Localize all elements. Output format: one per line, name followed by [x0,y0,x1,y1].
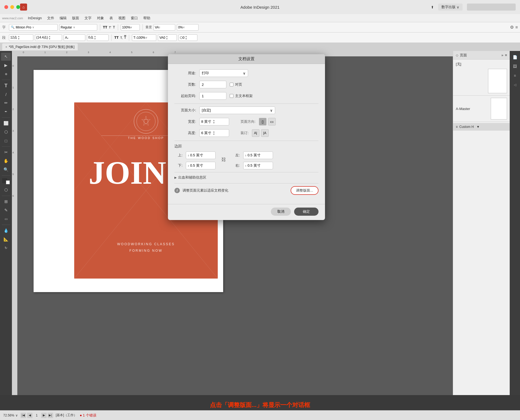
search-bar[interactable] [467,4,516,11]
adjust-layout-button[interactable]: 调整版面... [291,186,318,195]
stroke-tool[interactable]: ✎ [1,206,11,214]
pen-tool[interactable]: ✏ [1,99,11,107]
ellipse-frame-tool[interactable]: ⬡ [1,128,11,136]
menu-table[interactable]: 表 [107,15,116,21]
bleed-section-toggle[interactable]: ▶ 出血和辅助信息区 [174,175,318,180]
cancel-button[interactable]: 取消 [271,208,291,216]
pencil-tool[interactable]: ✒ [1,108,11,116]
page-size-select[interactable]: [自定] ∨ [199,106,275,114]
tt-row2-2[interactable]: T, [120,36,123,39]
minimize-button[interactable] [10,5,14,9]
font-size-spinbox[interactable]: 100% ∨ [121,24,140,31]
toolbar-menu-icon[interactable]: ≡ [515,25,518,30]
purpose-select[interactable]: 打印 ∨ [199,69,248,77]
menu-edit[interactable]: 编辑 [57,15,69,21]
panel-expand-icon[interactable]: ◇ [456,53,458,57]
digital-publish-button[interactable]: 数字出版 ∨ [438,4,463,11]
current-page[interactable]: 1 [34,413,40,417]
custom-h-arrow[interactable]: ▼ [476,125,480,129]
pages-input[interactable]: 2 [199,81,226,88]
menu-text[interactable]: 文字 [82,15,94,21]
gap-tool[interactable]: ⊕ [1,70,11,78]
rect-tool[interactable]: □ [1,137,11,145]
menu-file[interactable]: 文件 [44,15,57,21]
menu-view[interactable]: 视图 [116,15,128,21]
menu-help[interactable]: 帮助 [141,15,153,21]
font-dropdown-arrow[interactable]: ∨ [32,26,34,29]
far-right-btn2[interactable]: 🖼 [511,62,519,70]
chain-link-icon[interactable]: ⛓ [221,154,226,165]
last-page-btn[interactable]: ▶| [48,413,53,418]
kern-spinbox[interactable]: Aᵥ [64,34,85,41]
settings-icon[interactable]: ⚙ [510,25,514,30]
height-spinbox[interactable]: 6 英寸 ▲▼ [199,129,229,137]
primary-frame-checkbox[interactable]: 主文本框架 [230,93,253,98]
tt-btn1[interactable]: TT [103,25,107,29]
binding-left-btn[interactable]: A| [252,129,259,137]
binding-right-btn[interactable]: |A [261,129,269,137]
margin-top-spinbox[interactable]: ↕ 0.5 英寸 [186,151,216,159]
ok-button[interactable]: 确定 [294,208,318,216]
close-button[interactable] [4,5,8,9]
width-spinbox[interactable]: 8 英寸 ▲▼ [199,118,229,125]
document-tab[interactable]: × *05_PageSize.indd @ 73% [GPU 预览] [转换] [2,43,78,50]
eyedropper[interactable]: 💧 [1,227,11,235]
maximize-button[interactable] [16,5,20,9]
first-page-btn[interactable]: |◀ [21,413,26,418]
skew-spinbox[interactable]: 0% ∨ [177,24,199,31]
tt-row2-1[interactable]: TT [114,35,119,40]
font-style-arrow[interactable]: ∨ [73,26,75,29]
gradient-tool[interactable]: ▭ [1,215,11,223]
measure-tool[interactable]: 📐 [1,235,11,243]
rotate-tool[interactable]: ↻ [1,244,11,252]
zoom-select[interactable]: 72.56% ∨ [3,413,18,417]
mode-toggle[interactable]: ⬡ [1,186,11,194]
select-tool[interactable]: ↖ [1,53,11,61]
share-button[interactable]: ⬆ [431,5,434,9]
facing-checkbox[interactable]: 对页 [230,82,242,87]
far-right-btn1[interactable]: 📄 [511,53,519,61]
panel-expand-btn[interactable]: » [501,53,503,57]
baseline-spinbox[interactable]: ⬡ 0 ▲▼ [178,34,197,41]
font-size-pt-spinbox[interactable]: 12点 ▲▼ [9,34,33,41]
hand-tool[interactable]: ✋ [1,157,11,165]
va-spinbox[interactable]: VA ↕ [154,24,175,31]
text-tool[interactable]: T [1,82,11,90]
tab-close-icon[interactable]: × [5,45,7,49]
line-tool[interactable]: / [1,90,11,98]
rect-frame-tool[interactable]: ⬜ [1,119,11,127]
va-row2-spinbox[interactable]: VA 0 ▲▼ [158,34,177,41]
custom-h-section[interactable]: ≡ Custom H ▼ [453,123,510,131]
next-page-btn[interactable]: ▶ [41,413,47,418]
menu-layout[interactable]: 版面 [69,15,82,21]
direct-select-tool[interactable]: ▶ [1,61,11,69]
kern-val-spinbox[interactable]: 0点 ▲▼ [87,34,109,41]
prev-page-btn[interactable]: ◀ [27,413,32,418]
portrait-btn[interactable]: ▯ [259,118,266,125]
menu-window[interactable]: 窗口 [128,15,141,21]
document-settings-dialog[interactable]: 文档设置 用途: 打印 ∨ 页数: 2 对页 [168,54,325,220]
font-style-select[interactable]: Regular ∨ [59,24,97,31]
traffic-lights[interactable] [4,5,20,9]
menu-object[interactable]: 对象 [94,15,107,21]
margin-right-spinbox[interactable]: ↕ 0.5 英寸 [243,162,273,169]
tt-btn3[interactable]: T [113,25,115,29]
width-arrows[interactable]: ▲▼ [213,119,215,124]
home-icon[interactable]: ⌂ [20,4,27,11]
fill-stroke[interactable] [1,177,11,185]
facing-checkbox-box[interactable] [230,83,233,86]
margin-bottom-spinbox[interactable]: ↕ 0.5 英寸 [186,162,216,169]
start-page-input[interactable]: 1 [199,92,226,100]
frame-fitting[interactable]: ⊞ [1,198,11,206]
zoom-tool[interactable]: 🔍 [1,166,11,174]
far-right-btn3[interactable]: ≡ [511,72,519,80]
panel-menu-btn[interactable]: ≡ [505,53,507,57]
tt-row2-3[interactable]: T̄ [124,35,126,40]
landscape-btn[interactable]: ▭ [268,118,276,125]
margin-left-spinbox[interactable]: ↕ 0.5 英寸 [243,151,273,159]
primary-frame-box[interactable] [230,94,233,98]
font-search-input[interactable]: 🔍 Minion Pro ∨ [9,24,58,31]
height-arrows[interactable]: ▲▼ [213,131,215,135]
expand-panel-btn[interactable]: ◁ [511,81,519,89]
menu-indesign[interactable]: InDesign [25,15,44,21]
